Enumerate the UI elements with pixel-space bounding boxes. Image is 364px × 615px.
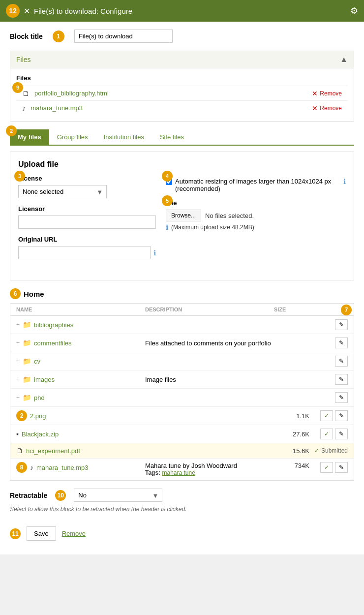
info-icon-upload[interactable]: ℹ — [166, 223, 168, 231]
step-badge-10: 10 — [55, 490, 66, 501]
file-link[interactable]: hci_experiment.pdf — [26, 447, 80, 455]
file-link[interactable]: mahara_tune.mp3 — [36, 464, 89, 471]
files-table-header: NAME DESCRIPTION SIZE 7 — [10, 304, 354, 316]
edit-button[interactable]: ✎ — [335, 410, 348, 421]
file-desc-text: Mahara tune by Josh Woodward — [145, 462, 274, 469]
pdf-icon: 🗋 — [16, 447, 23, 455]
dialog-header: 12 ✕ File(s) to download: Configure ⚙ — [0, 0, 364, 22]
plus-icon[interactable]: + — [16, 376, 20, 383]
gear-icon[interactable]: ⚙ — [350, 5, 358, 16]
edit-button[interactable]: ✎ — [335, 462, 348, 473]
file-desc-mahara: Mahara tune by Josh Woodward Tags: mahar… — [145, 462, 274, 476]
file-row: 9 🗋 portfolio_bibliography.html ✕ Remove — [16, 86, 348, 100]
tabs-container: 2 My files Group files Institution files… — [10, 129, 354, 146]
file-upload-row: Browse... No files selected. — [166, 210, 346, 221]
browse-button[interactable]: Browse... — [166, 210, 201, 221]
original-url-input[interactable] — [18, 246, 151, 259]
block-title-input[interactable] — [74, 30, 173, 43]
remove-x-icon: ✕ — [312, 104, 318, 112]
chevron-up-icon[interactable]: ▲ — [340, 55, 348, 64]
step-badge-1: 1 — [53, 31, 64, 42]
plus-icon[interactable]: + — [16, 358, 20, 365]
edit-button[interactable]: ✎ — [335, 392, 348, 403]
step-badge-12: 12 — [6, 4, 20, 18]
remove-file-button[interactable]: ✕ Remove — [312, 104, 342, 112]
retractable-select-wrapper: No Yes Automatically ▼ — [74, 489, 162, 502]
tab-group-files[interactable]: Group files — [49, 129, 96, 145]
plus-icon[interactable]: + — [16, 339, 20, 346]
retractable-hint: Select to allow this block to be retract… — [10, 506, 354, 513]
info-icon-resize[interactable]: ℹ — [343, 178, 346, 185]
remove-footer-button[interactable]: Remove — [62, 530, 86, 537]
file-name: portfolio_bibliography.html — [34, 90, 312, 97]
edit-button[interactable]: ✎ — [335, 356, 348, 367]
original-url-label: Original URL — [18, 236, 156, 243]
files-list-container: Files 9 🗋 portfolio_bibliography.html ✕ … — [10, 68, 354, 121]
select-button[interactable]: ✓ — [320, 429, 333, 439]
step-badge-2png: 2 — [16, 410, 27, 421]
tab-institution-files[interactable]: Institution files — [96, 129, 152, 145]
file-name-2png: 2 2.png — [16, 410, 145, 421]
save-button[interactable]: Save — [27, 526, 56, 541]
retractable-row: Retractable 10 No Yes Automatically ▼ — [10, 489, 354, 502]
folder-name-bibliographies: + 📁 bibliographies — [16, 321, 145, 329]
retractable-select[interactable]: No Yes Automatically — [74, 489, 162, 502]
max-upload-row: ℹ (Maximum upload size 48.2MB) — [166, 223, 346, 231]
license-field: 3 License None selected CC BY CC BY-SA A… — [18, 175, 156, 198]
col-size: SIZE — [274, 307, 313, 312]
dialog-title: File(s) to download: Configure — [34, 7, 132, 15]
remove-file-button[interactable]: ✕ Remove — [312, 90, 342, 97]
file-row-2png: 2 2.png 1.1K ✓ ✎ — [10, 407, 354, 425]
licensor-input[interactable] — [18, 215, 156, 229]
file-row-mahara: 8 ♪ mahara_tune.mp3 Mahara tune by Josh … — [10, 459, 354, 480]
block-title-label: Block title — [10, 32, 43, 40]
max-upload-text: (Maximum upload size 48.2MB) — [171, 224, 254, 231]
file-upload-field: 5 File Browse... No files selected. ℹ (M… — [166, 199, 346, 231]
folder-link[interactable]: bibliographies — [34, 321, 73, 329]
folder-icon: 📁 — [23, 321, 31, 329]
folder-link[interactable]: phd — [34, 394, 45, 401]
step-badge-7: 7 — [341, 305, 352, 315]
folder-name-cv: + 📁 cv — [16, 357, 145, 365]
info-icon[interactable]: ℹ — [153, 249, 156, 257]
file-size: 15.6K — [274, 447, 313, 455]
check-icon: ✓ — [314, 447, 319, 454]
home-section: 6 Home NAME DESCRIPTION SIZE 7 + 📁 bibli… — [10, 288, 354, 481]
file-actions: ✓ Submitted — [313, 447, 348, 454]
folder-desc: Files attached to comments on your portf… — [145, 339, 274, 347]
folder-link[interactable]: images — [34, 376, 55, 383]
step-badge-11: 11 — [10, 528, 21, 539]
edit-button[interactable]: ✎ — [335, 338, 348, 348]
remove-label: Remove — [320, 105, 342, 112]
file-row-hci: 🗋 hci_experiment.pdf 15.6K ✓ Submitted — [10, 443, 354, 459]
tags-label: Tags: — [145, 469, 160, 476]
select-button[interactable]: ✓ — [320, 410, 333, 421]
remove-label: Remove — [320, 90, 342, 97]
files-section-header: Files ▲ — [10, 51, 354, 68]
files-section-title: Files — [16, 56, 31, 63]
edit-button[interactable]: ✎ — [335, 319, 348, 330]
tab-site-files[interactable]: Site files — [152, 129, 192, 145]
folder-icon: 📁 — [23, 339, 31, 347]
folder-row: + 📁 cv ✎ — [10, 352, 354, 370]
folder-icon: 📁 — [23, 375, 31, 383]
folder-row: + 📁 commentfiles Files attached to comme… — [10, 334, 354, 352]
submitted-tag: ✓ Submitted — [314, 447, 348, 454]
plus-icon[interactable]: + — [16, 321, 20, 328]
folder-link[interactable]: commentfiles — [34, 339, 72, 347]
plus-icon[interactable]: + — [16, 394, 20, 401]
close-button[interactable]: ✕ — [24, 6, 30, 16]
license-select[interactable]: None selected CC BY CC BY-SA All rights … — [18, 185, 107, 198]
retractable-section: Retractable 10 No Yes Automatically ▼ Se… — [10, 489, 354, 513]
folder-name-images: + 📁 images — [16, 375, 145, 383]
edit-button[interactable]: ✎ — [335, 429, 348, 439]
folder-link[interactable]: cv — [34, 358, 40, 365]
file-actions: ✓ ✎ — [313, 410, 348, 421]
file-link[interactable]: Blackjack.zip — [22, 430, 59, 438]
folder-row: + 📁 images Image files ✎ — [10, 370, 354, 389]
select-button[interactable]: ✓ — [320, 462, 333, 473]
file-link[interactable]: 2.png — [30, 412, 46, 420]
license-label: License — [18, 175, 156, 182]
edit-button[interactable]: ✎ — [335, 374, 348, 385]
tag-link[interactable]: mahara tune — [162, 469, 195, 476]
